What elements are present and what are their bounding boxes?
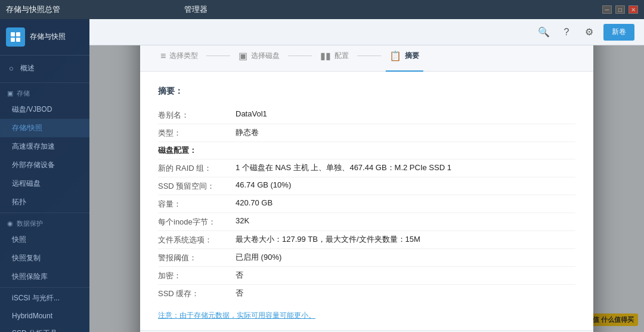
sidebar-item-remote-disk[interactable]: 远程磁盘 (0, 174, 89, 193)
raid-value: 1 个磁盘在 NAS 主机 上、单独、467.44 GB：M.2 PCIe SS… (236, 162, 575, 173)
sidebar-item-ssd-tools[interactable]: SSD 分析工具 (0, 324, 89, 332)
sidebar-divider-1 (0, 82, 89, 83)
storage-snapshot-label: 存储/快照 (12, 123, 42, 133)
sidebar-item-expand[interactable]: 拓扑 (0, 193, 89, 211)
encrypt-value: 否 (236, 270, 575, 281)
sidebar-item-overview[interactable]: ○ 概述 (0, 59, 89, 78)
iscsi-label: iSCSI 与光纤... (12, 293, 60, 303)
maximize-button[interactable]: □ (615, 5, 625, 14)
sidebar-item-disk-vjbod[interactable]: 磁盘/VJBOD (0, 100, 89, 119)
svg-rect-3 (16, 38, 20, 42)
summary-table: 卷别名： DataVol1 类型： 静态卷 磁盘配置 (158, 106, 575, 302)
window-controls: ─ □ ✕ (602, 5, 638, 14)
sidebar-divider-2 (0, 213, 89, 213)
snapshot-vault-label: 快照保险库 (12, 272, 48, 282)
new-volume-button[interactable]: 新卷 (603, 24, 634, 41)
alert-label: 警报阈值： (158, 252, 236, 263)
window-close-button[interactable]: ✕ (628, 5, 638, 14)
fs-options-value: 最大卷大小：127.99 TB，最大文件/文件夹数量：15M (236, 234, 575, 245)
help-icon[interactable]: ? (558, 24, 575, 41)
summary-row-encrypt: 加密： 否 (158, 267, 575, 285)
app-left-title: 存储与快照总管 (6, 4, 60, 15)
sidebar-item-snapshot[interactable]: 快照 (0, 230, 89, 249)
summary-row-alias: 卷别名： DataVol1 (158, 106, 575, 124)
disk-wizard-modal: 💾 磁盘区创建向导 ✕ ≡ 选择类型 ▣ (140, 45, 593, 332)
sidebar-divider-3 (0, 287, 89, 288)
step-type-icon: ≡ (160, 51, 166, 62)
ssd-cache-value: 否 (236, 288, 575, 299)
summary-row-ssd-cache: SSD 缓存： 否 (158, 285, 575, 302)
svg-rect-0 (11, 32, 15, 36)
step-configure-label: 配置 (335, 51, 349, 61)
summary-row-ssd-reserve: SSD 预留空间： 46.74 GB (10%) (158, 177, 575, 195)
sidebar-item-snapshot-copy[interactable]: 快照复制 (0, 249, 89, 268)
settings-icon[interactable]: ⚙ (581, 24, 597, 41)
raid-label: 新的 RAID 组： (158, 162, 236, 174)
snapshot-label: 快照 (12, 235, 26, 245)
sidebar-item-storage-snapshot[interactable]: 存储/快照 (0, 119, 89, 137)
app-window: 存储与快照总管 管理器 ─ □ ✕ 存储与快照 (0, 0, 644, 332)
content-area: 存储与快照 ○ 概述 ▣ 存储 磁盘/VJBOD 存储/快照 (0, 19, 644, 332)
title-bar: 存储与快照总管 管理器 ─ □ ✕ (0, 0, 644, 19)
external-label: 外部存储设备 (12, 160, 55, 170)
sidebar: 存储与快照 ○ 概述 ▣ 存储 磁盘/VJBOD 存储/快照 (0, 19, 89, 332)
ssd-cache-label: SSD 缓存： (158, 288, 236, 299)
search-icon[interactable]: 🔍 (535, 24, 552, 41)
summary-row-fs-options: 文件系统选项： 最大卷大小：127.99 TB，最大文件/文件夹数量：15M (158, 231, 575, 249)
ssd-reserve-value: 46.74 GB (10%) (236, 180, 575, 189)
step-divider-3 (357, 56, 381, 56)
summary-row-alert: 警报阈值： 已启用 (90%) (158, 249, 575, 267)
svg-rect-1 (16, 32, 20, 36)
sidebar-logo-icon (6, 27, 25, 47)
sidebar-section-storage-header: ▣ 存储 (0, 84, 89, 100)
step-type-label: 选择类型 (169, 51, 198, 61)
wizard-step-select-disk[interactable]: ▣ 选择磁盘 (230, 48, 288, 64)
data-protection-icon: ◉ (7, 220, 13, 228)
wizard-step-summary[interactable]: 📋 摘要 (381, 48, 428, 64)
capacity-value: 420.70 GB (236, 198, 575, 207)
cache-label: 高速缓存加速 (12, 142, 55, 152)
ssd-reserve-label: SSD 预留空间： (158, 180, 236, 192)
minimize-button[interactable]: ─ (602, 5, 612, 14)
ssd-tools-label: SSD 分析工具 (12, 328, 57, 332)
summary-row-raid: 新的 RAID 组： 1 个磁盘在 NAS 主机 上、单独、467.44 GB：… (158, 159, 575, 177)
storage-section-label: 存储 (17, 89, 30, 98)
step-configure-icon: ▮▮ (320, 50, 331, 62)
overview-label: 概述 (20, 63, 35, 73)
sidebar-section-overview: ○ 概述 (0, 56, 89, 81)
remote-disk-label: 远程磁盘 (12, 179, 41, 189)
modal-body: 摘要： 卷别名： DataVol1 类型： 静态卷 (140, 72, 593, 330)
alert-value: 已启用 (90%) (236, 252, 575, 263)
sidebar-item-hybridmount[interactable]: HybridMount (0, 308, 89, 324)
snapshot-copy-label: 快照复制 (12, 253, 41, 263)
notice-text[interactable]: 注意：由于存储元数据，实际可用容量可能更小。 (158, 311, 575, 321)
type-value: 静态卷 (236, 127, 575, 138)
step-disk-label: 选择磁盘 (251, 51, 280, 61)
main-area: 🔍 ? ⚙ 新卷 💾 磁盘区创建向导 ✕ (89, 19, 644, 332)
wizard-step-configure[interactable]: ▮▮ 配置 (312, 48, 357, 64)
sidebar-item-iscsi[interactable]: iSCSI 与光纤... (0, 289, 89, 308)
sidebar-item-snapshot-vault[interactable]: 快照保险库 (0, 268, 89, 286)
inode-label: 每个inode字节： (158, 216, 236, 228)
sidebar-logo-text: 存储与快照 (30, 32, 66, 42)
title-bar-left: 存储与快照总管 管理器 (6, 4, 208, 15)
sidebar-item-external[interactable]: 外部存储设备 (0, 156, 89, 174)
svg-rect-2 (11, 38, 15, 42)
hybridmount-label: HybridMount (12, 312, 52, 320)
storage-section-icon: ▣ (7, 90, 13, 97)
page-content: 💾 磁盘区创建向导 ✕ ≡ 选择类型 ▣ (89, 45, 644, 332)
wizard-step-select-type[interactable]: ≡ 选择类型 (152, 48, 206, 64)
summary-title: 摘要： (158, 86, 575, 97)
capacity-label: 容量： (158, 198, 236, 210)
step-summary-label: 摘要 (405, 51, 419, 61)
step-divider-2 (288, 56, 312, 56)
summary-row-type: 类型： 静态卷 (158, 124, 575, 142)
sidebar-item-cache[interactable]: 高速缓存加速 (0, 137, 89, 156)
summary-row-inode: 每个inode字节： 32K (158, 213, 575, 231)
overview-icon: ○ (7, 64, 16, 73)
type-label: 类型： (158, 127, 236, 139)
sidebar-section-data-protection-header: ◉ 数据保护 (0, 214, 89, 230)
summary-row-disk-config-header: 磁盘配置： (158, 142, 575, 159)
modal-backdrop: 💾 磁盘区创建向导 ✕ ≡ 选择类型 ▣ (89, 45, 644, 332)
summary-row-capacity: 容量： 420.70 GB (158, 195, 575, 213)
